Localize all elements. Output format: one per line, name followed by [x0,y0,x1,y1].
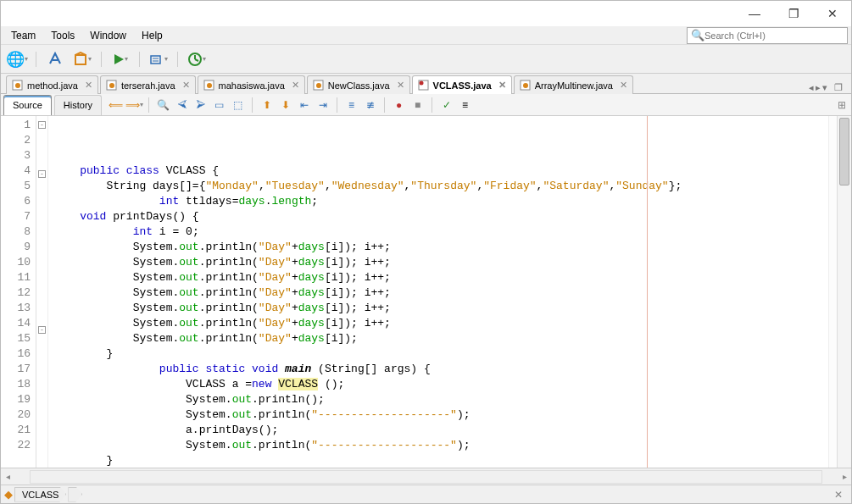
next-bookmark-icon[interactable]: ⮚ [193,97,208,112]
minimize-button[interactable]: — [743,4,766,23]
fold-toggle-icon[interactable]: - [38,121,46,129]
java-file-icon [203,80,214,91]
menu-tools[interactable]: Tools [44,28,81,43]
tab-history[interactable]: History [54,95,102,115]
svg-rect-3 [151,56,160,64]
svg-marker-2 [114,54,124,64]
shift-right-icon[interactable]: ⇥ [315,97,330,112]
java-file-icon [106,80,117,91]
java-file-icon [12,80,23,91]
tab-source[interactable]: Source [3,95,52,115]
tabs-next-icon[interactable]: ▸ [816,82,821,93]
svg-point-14 [207,83,212,88]
file-tab[interactable]: VCLASS.java✕ [412,75,512,94]
build-icon[interactable] [44,48,66,70]
svg-point-18 [419,81,423,86]
code-line[interactable]: String days[]={"Monday","Tuesday","Wedne… [53,179,828,194]
validate-icon[interactable]: ✓ [439,97,454,112]
code-line[interactable]: System.out.println("Day"+days[i]); i++; [53,270,828,285]
horizontal-scrollbar[interactable]: ◂ ▸ [1,468,851,485]
code-line[interactable]: VCLASS a =new VCLASS (); [53,377,828,392]
shift-left-icon[interactable]: ⇤ [297,97,311,112]
overview-ruler [828,116,837,468]
prev-edit-icon[interactable]: ⬆ [259,97,274,112]
tab-close-icon[interactable]: ✕ [292,80,299,91]
tab-close-icon[interactable]: ✕ [620,80,627,91]
code-line[interactable]: System.out.println("Day"+days[i]); i++; [53,240,828,255]
code-line[interactable]: System.out.println("--------------------… [53,438,828,453]
code-line[interactable]: } [53,453,828,468]
fold-gutter[interactable]: --- [36,116,48,468]
code-line[interactable]: System.out.println(); [53,392,828,407]
comment-icon[interactable]: ≡ [344,97,359,112]
java-dirty-icon [418,80,429,91]
file-tab-label: NewClass.java [328,80,390,91]
tab-close-icon[interactable]: ✕ [498,80,506,91]
breadcrumb-next[interactable] [68,487,82,502]
debug-icon[interactable]: ▾ [148,48,170,70]
code-editor[interactable]: 12345678910111213141516171819202122 --- … [1,116,851,468]
options-icon[interactable]: ≡ [458,97,472,112]
breadcrumb-close-icon[interactable]: ✕ [834,489,848,501]
code-line[interactable]: void printDays() { [53,209,828,224]
file-tab-label: ArrayMultinew.java [535,80,613,91]
forward-icon[interactable]: ⟹▾ [127,97,142,112]
run-icon[interactable]: ▾ [109,48,131,70]
code-line[interactable]: int i = 0; [53,224,828,240]
code-line[interactable]: System.out.println("Day"+days[i]); [53,331,828,346]
toggle-bookmark-icon[interactable]: ▭ [212,97,226,112]
profile-icon[interactable]: ▾ [186,48,208,70]
next-edit-icon[interactable]: ⬇ [278,97,292,112]
code-line[interactable]: int ttldays=days.length; [53,194,828,209]
code-line[interactable]: public static void main (String[] args) … [53,362,828,377]
breadcrumb-class[interactable]: VCLASS [14,487,66,502]
code-line[interactable]: System.out.println("Day"+days[i]); i++; [53,301,828,316]
menu-team[interactable]: Team [4,28,42,43]
toggle-highlight-icon[interactable]: ⬚ [231,97,245,112]
search-input[interactable] [704,30,840,41]
tabs-list-icon[interactable]: ▾ [822,82,827,93]
code-line[interactable]: System.out.println("Day"+days[i]); i++; [53,285,828,301]
code-line[interactable]: public class VCLASS { [53,163,828,179]
menu-help[interactable]: Help [135,28,170,43]
prev-bookmark-icon[interactable]: ⮘ [175,97,189,112]
vertical-scrollbar[interactable] [837,116,851,468]
maximize-editor-icon[interactable]: ❐ [834,82,843,93]
line-number-gutter: 12345678910111213141516171819202122 [1,116,36,468]
search-icon: 🔍 [691,29,704,42]
file-tab[interactable]: terserah.java✕ [100,75,196,94]
fold-toggle-icon[interactable]: - [38,326,46,334]
maximize-button[interactable]: ❐ [782,4,805,23]
code-line[interactable]: System.out.println("Day"+days[i]); i++; [53,316,828,331]
svg-point-20 [523,83,528,88]
globe-icon[interactable]: 🌐▾ [6,48,28,70]
global-search[interactable]: 🔍 [687,27,848,44]
svg-point-10 [15,83,20,88]
code-line[interactable]: System.out.println("--------------------… [53,407,828,423]
close-button[interactable]: ✕ [821,4,844,23]
tab-controls: ◂ ▸ ▾ ❐ [809,82,846,93]
file-tab[interactable]: mahasiswa.java✕ [198,75,305,94]
split-editor-icon[interactable]: ⊞ [838,99,851,111]
code-line[interactable]: } [53,346,828,362]
uncomment-icon[interactable]: ≢ [363,97,377,112]
tab-close-icon[interactable]: ✕ [182,80,190,91]
menu-window[interactable]: Window [83,28,133,43]
code-area[interactable]: public class VCLASS { String days[]={"Mo… [48,116,828,468]
clean-build-icon[interactable]: ▾ [71,48,93,70]
start-macro-icon[interactable]: ● [392,97,406,112]
stop-macro-icon[interactable]: ■ [410,97,425,112]
file-tab[interactable]: ArrayMultinew.java✕ [514,75,633,94]
tab-close-icon[interactable]: ✕ [397,80,404,91]
find-icon[interactable]: 🔍 [156,97,170,112]
fold-toggle-icon[interactable]: - [38,170,46,178]
code-line[interactable]: a.printDays(); [53,423,828,438]
file-tab[interactable]: NewClass.java✕ [307,75,410,94]
file-tab[interactable]: method.java✕ [6,75,98,94]
tab-close-icon[interactable]: ✕ [85,80,92,91]
tabs-prev-icon[interactable]: ◂ [809,82,814,93]
svg-line-8 [195,59,198,61]
code-line[interactable]: System.out.println("Day"+days[i]); i++; [53,255,828,270]
back-icon[interactable]: ⟸ [109,97,123,112]
print-margin [647,116,648,468]
